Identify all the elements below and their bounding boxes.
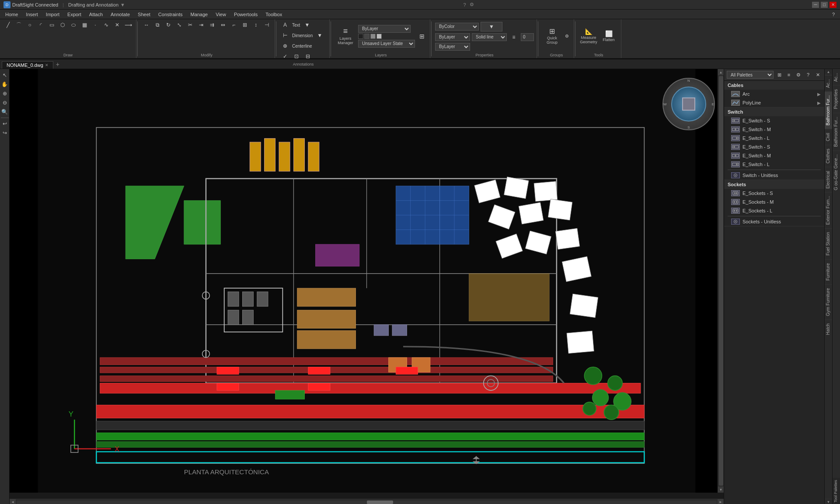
mirror-btn[interactable]: ⇔: [218, 20, 228, 30]
layer-state-dropdown[interactable]: Unsaved Layer State: [358, 40, 415, 48]
side-tab-fuel[interactable]: Fuel Station: [825, 228, 832, 259]
side-tab-furniture[interactable]: Furniture: [825, 259, 832, 284]
palette-item-switch-l1[interactable]: E_Switch - L: [724, 134, 824, 143]
side-tab-civil[interactable]: Civil: [825, 129, 832, 145]
palette-item-switch-m2[interactable]: E_Switch - M: [724, 151, 824, 160]
palette-item-switch-l2[interactable]: E_Switch - L: [724, 160, 824, 169]
line-btn[interactable]: ╱: [3, 20, 13, 30]
panel-scroll-up[interactable]: ▲: [825, 69, 832, 75]
menu-toolbox[interactable]: Toolbox: [262, 11, 286, 18]
move-btn[interactable]: ↔: [141, 20, 152, 30]
panel-scroll-down[interactable]: ▼: [825, 499, 832, 504]
zoom-in-btn[interactable]: ⊕: [0, 89, 9, 98]
linetype-btn[interactable]: ≡: [509, 32, 519, 42]
menu-constraints[interactable]: Constraints: [155, 11, 186, 18]
palette-item-switch-m1[interactable]: E_Switch - M: [724, 125, 824, 134]
menu-view[interactable]: View: [212, 11, 230, 18]
centerline-btn[interactable]: ⊕: [280, 41, 290, 51]
xline-btn[interactable]: ✕: [112, 20, 122, 30]
palette-item-polyline[interactable]: PolyLine ▶: [724, 98, 824, 107]
pan-btn[interactable]: ✋: [0, 80, 9, 89]
side-tab-gym[interactable]: Gym Furniture: [825, 284, 832, 320]
scroll-down-btn[interactable]: ▼: [718, 487, 724, 493]
side-tab-hatch[interactable]: Hatch: [825, 320, 832, 338]
redo-btn[interactable]: ↪: [0, 129, 9, 137]
scroll-up-btn[interactable]: ▲: [718, 69, 724, 75]
linetype-layer-dropdown[interactable]: ByLayer: [435, 33, 470, 41]
group-extra-btn[interactable]: ⚙: [564, 31, 571, 41]
color-dropdown[interactable]: ByColor: [435, 23, 479, 31]
layer-color-m[interactable]: [364, 34, 369, 39]
palette-item-switch-unitless[interactable]: Switch - Unitless: [724, 171, 824, 180]
minimize-button[interactable]: ─: [812, 2, 819, 8]
layers-manager-btn[interactable]: ≡ LayersManager: [335, 25, 356, 47]
prop-tab-ac[interactable]: Ac...: [833, 69, 840, 85]
menu-manage[interactable]: Manage: [187, 11, 211, 18]
close-button[interactable]: ✕: [830, 2, 837, 8]
text-dropdown[interactable]: ▼: [302, 20, 312, 30]
palette-dropdown[interactable]: All Palettes: [727, 71, 774, 79]
text-btn[interactable]: A: [280, 20, 290, 30]
quick-group-btn[interactable]: ⊞ QuickGroup: [543, 24, 562, 48]
point-btn[interactable]: ·: [90, 20, 101, 30]
dimension-btn[interactable]: ⊢: [280, 31, 290, 40]
prop-tab-goo[interactable]: G oo-Gate Gene...: [833, 150, 840, 194]
vertical-scrollbar[interactable]: ▲ ▼: [718, 69, 724, 493]
doc-tab-close[interactable]: ✕: [45, 63, 49, 67]
zoom-window-btn[interactable]: 🔍: [0, 108, 9, 116]
arc-btn[interactable]: ◜: [35, 20, 46, 30]
palette-item-sockets-l[interactable]: E_Sockets - L: [724, 206, 824, 215]
settings-icon[interactable]: ⚙: [470, 2, 474, 7]
polyline-btn[interactable]: ⌒: [14, 20, 24, 30]
polygon-btn[interactable]: ⬡: [57, 20, 68, 30]
view-cube[interactable]: N S W E: [662, 78, 715, 130]
dim-dropdown[interactable]: ▼: [314, 31, 325, 40]
panel-close-btn[interactable]: ✕: [814, 71, 822, 79]
menu-sheet[interactable]: Sheet: [134, 11, 154, 18]
cables-section-header[interactable]: Cables: [724, 81, 824, 90]
panel-list-view-btn[interactable]: ≡: [785, 71, 793, 79]
hatch-btn[interactable]: ▦: [79, 20, 90, 30]
array-btn[interactable]: ⊞: [240, 20, 250, 30]
side-tab-clothes[interactable]: Clothes: [825, 145, 832, 167]
stretch-btn[interactable]: ↕: [251, 20, 261, 30]
scale-btn[interactable]: ⤡: [174, 20, 185, 30]
help-icon[interactable]: ?: [463, 2, 466, 7]
palette-item-sockets-m[interactable]: E_Sockets - M: [724, 198, 824, 206]
palette-item-sockets-s[interactable]: E_Sockets - S: [724, 189, 824, 198]
add-tab-btn[interactable]: +: [53, 60, 62, 69]
prop-tab-bathroom[interactable]: Bathroom Fur...: [833, 113, 840, 150]
linetype-by-dropdown[interactable]: ByLayer: [435, 43, 470, 51]
side-tab-ac[interactable]: Ac...: [825, 75, 832, 91]
lineweight-input[interactable]: [521, 33, 534, 41]
layer-color-l[interactable]: [370, 34, 376, 39]
color-swatch[interactable]: ▼: [481, 22, 502, 31]
annot-btn2[interactable]: ⊡: [291, 52, 302, 61]
menu-powertools[interactable]: Powertools: [230, 11, 261, 18]
break-btn[interactable]: ⊣: [261, 20, 272, 30]
prop-tab-properties[interactable]: Properties: [833, 85, 840, 113]
annot-btn3[interactable]: ⊟: [303, 52, 313, 61]
side-tab-electrical[interactable]: Electrical: [825, 167, 832, 192]
menu-insert[interactable]: Insert: [22, 11, 42, 18]
undo-btn[interactable]: ↩: [0, 119, 9, 128]
menu-annotate[interactable]: Annotate: [107, 11, 133, 18]
scroll-right-btn[interactable]: ►: [718, 499, 724, 504]
checkmark-btn[interactable]: ✓: [280, 52, 290, 61]
menu-home[interactable]: Home: [2, 11, 21, 18]
offset-btn[interactable]: ⇉: [207, 20, 217, 30]
switch-section-header[interactable]: Switch: [724, 108, 824, 116]
copy-btn[interactable]: ⧉: [152, 20, 163, 30]
extend-btn[interactable]: ⇥: [196, 20, 206, 30]
zoom-out-btn[interactable]: ⊖: [0, 98, 9, 107]
sockets-section-header[interactable]: Sockets: [724, 180, 824, 189]
menu-attach[interactable]: Attach: [86, 11, 106, 18]
flatten-btn[interactable]: ⬜ Flatten: [599, 24, 618, 48]
scroll-left-btn[interactable]: ◄: [10, 499, 16, 504]
maximize-button[interactable]: □: [821, 2, 828, 8]
dropdown-arrow-title[interactable]: ▼: [120, 2, 125, 7]
panel-settings-btn[interactable]: ⚙: [795, 71, 802, 79]
palette-item-switch-s1[interactable]: E_Switch - S: [724, 116, 824, 125]
layer-color-xl[interactable]: [376, 34, 382, 39]
layer-dropdown[interactable]: ByLayer: [358, 25, 411, 33]
